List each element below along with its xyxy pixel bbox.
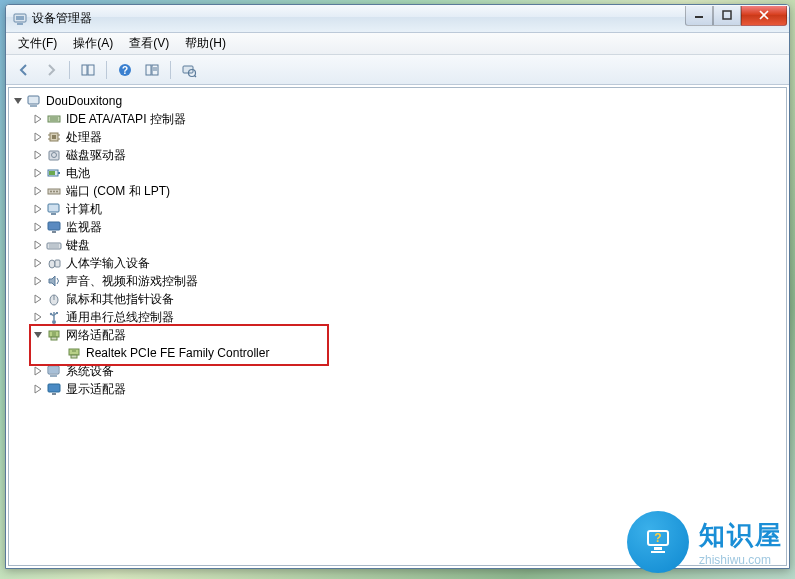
expand-icon[interactable]: [31, 292, 45, 306]
tree-node-label[interactable]: 声音、视频和游戏控制器: [66, 272, 198, 290]
tree-node-label[interactable]: Realtek PCIe FE Family Controller: [86, 344, 269, 362]
svg-point-33: [50, 191, 52, 193]
svg-point-34: [53, 191, 55, 193]
tree-node-label[interactable]: 计算机: [66, 200, 102, 218]
monitor-icon: [46, 219, 62, 235]
tree-node-label[interactable]: 系统设备: [66, 362, 114, 380]
tree-category-7[interactable]: 键盘: [31, 236, 784, 254]
tree-node-label[interactable]: 网络适配器: [66, 326, 126, 344]
svg-rect-9: [146, 65, 151, 75]
menu-view[interactable]: 查看(V): [121, 33, 177, 54]
tree-root-node[interactable]: DouDouxitong: [11, 92, 784, 110]
expand-icon[interactable]: [31, 382, 45, 396]
tree-node-label[interactable]: 键盘: [66, 236, 90, 254]
expand-icon[interactable]: [31, 256, 45, 270]
tree-node-label[interactable]: 通用串行总线控制器: [66, 308, 174, 326]
svg-rect-62: [52, 393, 56, 395]
expand-icon[interactable]: [31, 184, 45, 198]
svg-rect-36: [48, 204, 59, 212]
tree-node-label[interactable]: 电池: [66, 164, 90, 182]
expand-icon[interactable]: [31, 364, 45, 378]
tree-category-0[interactable]: IDE ATA/ATAPI 控制器: [31, 110, 784, 128]
window-controls: [685, 6, 787, 26]
network-icon: [46, 327, 62, 343]
svg-rect-56: [71, 355, 77, 358]
tree-node-label[interactable]: IDE ATA/ATAPI 控制器: [66, 110, 186, 128]
collapse-icon[interactable]: [11, 94, 25, 108]
tree-node-label[interactable]: 监视器: [66, 218, 102, 236]
tree-category-8[interactable]: 人体学输入设备: [31, 254, 784, 272]
tree-node-label[interactable]: 人体学输入设备: [66, 254, 150, 272]
svg-point-49: [50, 313, 52, 315]
app-icon: [12, 11, 28, 27]
tree-category-4[interactable]: 端口 (COM 和 LPT): [31, 182, 784, 200]
tree-category-5[interactable]: 计算机: [31, 200, 784, 218]
watermark-logo: ? 知识屋 zhishiwu.com: [627, 511, 783, 573]
svg-rect-59: [49, 367, 58, 373]
expand-icon[interactable]: [31, 112, 45, 126]
tree-node-label[interactable]: 处理器: [66, 128, 102, 146]
menu-file[interactable]: 文件(F): [10, 33, 65, 54]
svg-rect-51: [49, 331, 59, 337]
svg-rect-44: [55, 260, 60, 267]
tree-category-11[interactable]: 通用串行总线控制器: [31, 308, 784, 326]
expand-icon[interactable]: [31, 202, 45, 216]
collapse-icon[interactable]: [31, 328, 45, 342]
tree-node-label[interactable]: 端口 (COM 和 LPT): [66, 182, 170, 200]
cpu-icon: [46, 129, 62, 145]
watermark-brand: 知识屋: [699, 520, 783, 550]
help-button[interactable]: ?: [113, 59, 137, 81]
svg-rect-3: [695, 16, 703, 18]
tree-category-3[interactable]: 电池: [31, 164, 784, 182]
tree-category-6[interactable]: 监视器: [31, 218, 784, 236]
keyboard-icon: [46, 237, 62, 253]
tree-node-label[interactable]: 磁盘驱动器: [66, 146, 126, 164]
menu-help[interactable]: 帮助(H): [177, 33, 234, 54]
tree-category-2[interactable]: 磁盘驱动器: [31, 146, 784, 164]
svg-rect-40: [47, 243, 61, 249]
computer-icon: [46, 201, 62, 217]
expand-icon[interactable]: [31, 274, 45, 288]
tree-category-14[interactable]: 显示适配器: [31, 380, 784, 398]
back-button[interactable]: [12, 59, 36, 81]
show-hide-console-button[interactable]: [76, 59, 100, 81]
mouse-icon: [46, 291, 62, 307]
svg-text:?: ?: [122, 65, 128, 76]
menu-action[interactable]: 操作(A): [65, 33, 121, 54]
maximize-button[interactable]: [713, 6, 741, 26]
close-button[interactable]: [741, 6, 787, 26]
tree-node-label[interactable]: 鼠标和其他指针设备: [66, 290, 174, 308]
tree-category-1[interactable]: 处理器: [31, 128, 784, 146]
tree-category-10[interactable]: 鼠标和其他指针设备: [31, 290, 784, 308]
tree-node-label[interactable]: 显示适配器: [66, 380, 126, 398]
expand-icon[interactable]: [31, 148, 45, 162]
scan-hardware-button[interactable]: [177, 59, 201, 81]
watermark-icon: ?: [627, 511, 689, 573]
properties-button[interactable]: [140, 59, 164, 81]
hid-icon: [46, 255, 62, 271]
tree-category-9[interactable]: 声音、视频和游戏控制器: [31, 272, 784, 290]
forward-button[interactable]: [39, 59, 63, 81]
svg-rect-37: [51, 213, 56, 215]
expand-icon[interactable]: [31, 238, 45, 252]
tree-category-12[interactable]: 网络适配器: [31, 326, 784, 344]
expand-icon[interactable]: [31, 310, 45, 324]
titlebar[interactable]: 设备管理器: [6, 5, 789, 33]
toolbar: ?: [6, 55, 789, 85]
tree-node-label[interactable]: DouDouxitong: [46, 92, 122, 110]
toolbar-separator: [69, 61, 70, 79]
minimize-button[interactable]: [685, 6, 713, 26]
tree-device-12-0[interactable]: Realtek PCIe FE Family Controller: [51, 344, 784, 362]
expand-icon[interactable]: [31, 220, 45, 234]
tree-category-13[interactable]: 系统设备: [31, 362, 784, 380]
usb-icon: [46, 309, 62, 325]
svg-rect-50: [56, 312, 58, 314]
disk-icon: [46, 147, 62, 163]
expand-icon[interactable]: [31, 130, 45, 144]
svg-rect-38: [48, 222, 60, 230]
svg-rect-60: [50, 375, 57, 377]
port-icon: [46, 183, 62, 199]
display-icon: [46, 381, 62, 397]
expand-icon[interactable]: [31, 166, 45, 180]
device-tree-area[interactable]: DouDouxitongIDE ATA/ATAPI 控制器处理器磁盘驱动器电池端…: [8, 87, 787, 566]
